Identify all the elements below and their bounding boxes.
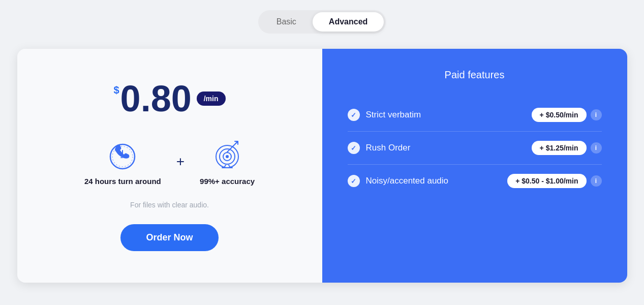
- feature-name-0: Strict verbatim: [348, 109, 421, 121]
- right-panel: Paid features Strict verbatim + $0.50/mi…: [322, 49, 627, 283]
- check-icon-0: [348, 109, 360, 121]
- order-now-button[interactable]: Order Now: [120, 224, 218, 251]
- tab-advanced[interactable]: Advanced: [313, 12, 384, 32]
- main-card: $ 0.80 /min 24 24 hours turn around: [17, 49, 627, 283]
- feature-name-1: Rush Order: [348, 142, 411, 154]
- info-icon-0[interactable]: i: [591, 109, 602, 120]
- tab-basic[interactable]: Basic: [260, 12, 313, 32]
- clock-icon: 24: [105, 137, 140, 173]
- paid-feature-row-2: Noisy/accented audio + $0.50 - $1.00/min…: [348, 165, 602, 197]
- feature-name-2: Noisy/accented audio: [348, 175, 449, 187]
- feature-24h-label: 24 hours turn around: [84, 177, 161, 186]
- left-panel: $ 0.80 /min 24 24 hours turn around: [17, 49, 322, 283]
- features-row: 24 24 hours turn around +: [84, 137, 255, 186]
- price-pill-2: + $0.50 - $1.00/min: [507, 174, 586, 188]
- feature-label-0: Strict verbatim: [366, 110, 421, 120]
- price-pill-1: + $1.25/min: [532, 141, 587, 155]
- feature-item-24h: 24 24 hours turn around: [84, 137, 161, 186]
- info-icon-2[interactable]: i: [591, 175, 602, 187]
- tab-container: Basic Advanced: [258, 10, 386, 34]
- subtitle-text: For files with clear audio.: [130, 201, 209, 209]
- feature-label-1: Rush Order: [366, 143, 411, 153]
- plus-sign: +: [176, 154, 185, 170]
- price-section: $ 0.80 /min: [113, 80, 225, 117]
- paid-features-title: Paid features: [348, 69, 602, 81]
- target-icon: [209, 137, 245, 173]
- check-icon-1: [348, 142, 360, 154]
- feature-price-group-1: + $1.25/min i: [532, 141, 602, 155]
- feature-price-group-2: + $0.50 - $1.00/min i: [507, 174, 601, 188]
- svg-text:24: 24: [120, 154, 126, 159]
- check-icon-2: [348, 175, 360, 187]
- feature-item-accuracy: 99%+ accuracy: [200, 137, 255, 186]
- feature-list: Strict verbatim + $0.50/min i Rush Order…: [348, 99, 602, 197]
- info-icon-1[interactable]: i: [591, 142, 602, 154]
- price-number: 0.80: [120, 80, 192, 117]
- per-min-badge: /min: [197, 92, 226, 106]
- feature-label-2: Noisy/accented audio: [366, 176, 449, 186]
- svg-point-8: [226, 155, 229, 158]
- paid-feature-row-0: Strict verbatim + $0.50/min i: [348, 99, 602, 132]
- paid-feature-row-1: Rush Order + $1.25/min i: [348, 132, 602, 165]
- feature-price-group-0: + $0.50/min i: [532, 108, 602, 122]
- price-pill-0: + $0.50/min: [532, 108, 587, 122]
- currency-symbol: $: [113, 84, 119, 96]
- feature-accuracy-label: 99%+ accuracy: [200, 177, 255, 186]
